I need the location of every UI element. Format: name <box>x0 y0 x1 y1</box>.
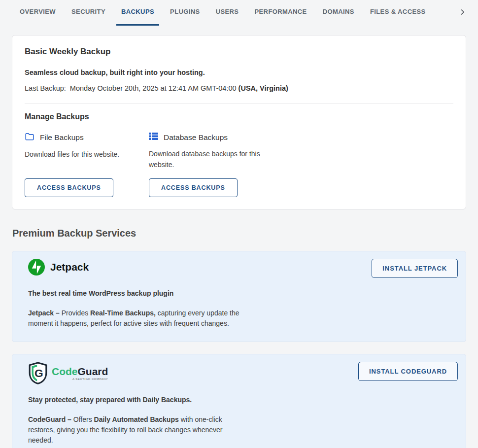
card-title: Basic Weekly Backup <box>25 47 453 57</box>
tab-users[interactable]: USERS <box>211 0 244 26</box>
folder-icon <box>25 132 34 143</box>
basic-weekly-backup-card: Basic Weekly Backup Seamless cloud backu… <box>12 35 466 209</box>
file-backups-column: File Backups Download files for this web… <box>25 132 149 197</box>
tab-backups[interactable]: BACKUPS <box>116 0 159 26</box>
jetpack-brand: Jetpack <box>28 259 89 276</box>
codeguard-brand: G CodeGuard A SECTIGO COMPANY <box>28 362 108 384</box>
file-backups-label: File Backups <box>40 133 84 142</box>
card-subtitle: Seamless cloud backup, built right into … <box>25 69 453 76</box>
svg-text:G: G <box>34 367 43 379</box>
codeguard-promo-card: G CodeGuard A SECTIGO COMPANY INSTALL CO… <box>12 354 466 448</box>
table-list-icon <box>149 132 158 142</box>
tab-plugins[interactable]: PLUGINS <box>165 0 205 26</box>
jetpack-description: Jetpack – Provides Real-Time Backups, ca… <box>28 308 249 328</box>
file-backups-description: Download files for this website. <box>25 149 137 160</box>
codeguard-description: CodeGuard – Offers Daily Automated Backu… <box>28 414 249 445</box>
database-backups-label: Database Backups <box>164 133 228 142</box>
codeguard-subbrand: A SECTIGO COMPANY <box>52 378 108 380</box>
chevron-right-icon <box>459 8 466 18</box>
tabs-overflow-button[interactable] <box>459 0 466 26</box>
database-backups-description: Download database backups for this websi… <box>149 149 261 170</box>
tab-domains[interactable]: DOMAINS <box>318 0 359 26</box>
install-codeguard-button[interactable]: INSTALL CODEGUARD <box>358 362 458 381</box>
jetpack-tagline: The best real time WordPress backup plug… <box>28 289 458 297</box>
jetpack-logo-icon <box>28 259 45 276</box>
last-backup-line: Last Backup:Monday October 20th, 2025 at… <box>25 84 453 92</box>
database-backups-column: Database Backups Download database backu… <box>149 132 273 197</box>
main-content: Basic Weekly Backup Seamless cloud backu… <box>0 35 478 448</box>
card-divider <box>25 103 453 103</box>
manage-backups-columns: File Backups Download files for this web… <box>25 132 453 197</box>
install-jetpack-button[interactable]: INSTALL JETPACK <box>372 259 458 278</box>
last-backup-location: (USA, Virginia) <box>239 84 288 92</box>
access-database-backups-button[interactable]: ACCESS BACKUPS <box>149 178 238 197</box>
tab-security[interactable]: SECURITY <box>67 0 110 26</box>
codeguard-shield-icon: G <box>28 362 48 384</box>
codeguard-tagline: Stay protected, stay prepared with Daily… <box>28 396 458 404</box>
last-backup-value: Monday October 20th, 2025 at 12:41 AM GM… <box>70 84 237 92</box>
jetpack-promo-card: Jetpack INSTALL JETPACK The best real ti… <box>12 251 466 342</box>
last-backup-label: Last Backup: <box>25 84 66 92</box>
tab-files-access[interactable]: FILES & ACCESS <box>365 0 431 26</box>
tab-overview[interactable]: OVERVIEW <box>15 0 61 26</box>
jetpack-name: Jetpack <box>50 261 89 273</box>
access-file-backups-button[interactable]: ACCESS BACKUPS <box>25 178 113 197</box>
manage-backups-title: Manage Backups <box>25 112 453 121</box>
codeguard-name: CodeGuard <box>52 368 108 377</box>
section-tabs: OVERVIEW SECURITY BACKUPS PLUGINS USERS … <box>0 0 478 26</box>
premium-backup-services-heading: Premium Backup Services <box>12 228 466 239</box>
tab-performance[interactable]: PERFORMANCE <box>249 0 311 26</box>
